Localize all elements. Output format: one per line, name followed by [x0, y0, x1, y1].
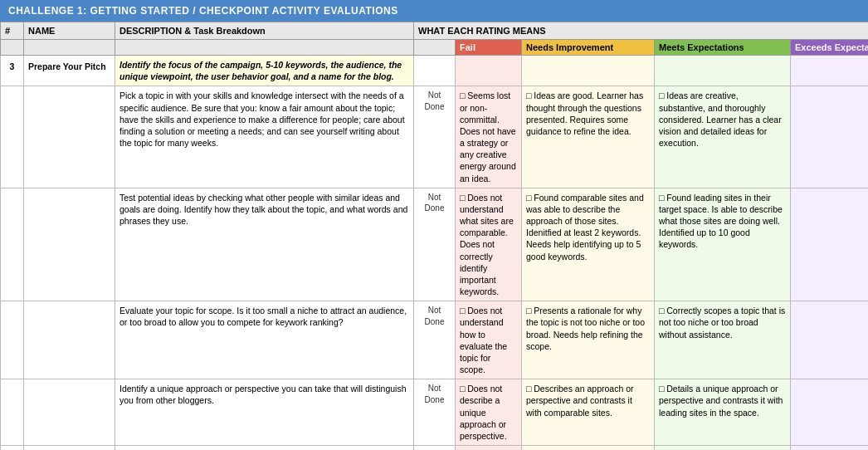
- row-needs: □ Has practical ideas for user goals. Ne…: [522, 446, 655, 450]
- main-status: [414, 56, 456, 86]
- table-row: Identify an action which you will drive …: [1, 446, 869, 450]
- row-meets: □ Found leading sites in their target sp…: [655, 188, 791, 301]
- header-num: #: [1, 22, 24, 40]
- table-row: Evaluate your topic for scope. Is it too…: [1, 301, 869, 379]
- row-fail: □ Does not understand what sites are com…: [456, 188, 522, 301]
- header-name: NAME: [24, 22, 115, 40]
- main-exceeds: [791, 56, 869, 86]
- row-needs: □ Found comparable sites and was able to…: [522, 188, 655, 301]
- main-needs: [522, 56, 655, 86]
- header-desc: DESCRIPTION & Task Breakdown: [115, 22, 414, 40]
- header-empty3: [115, 40, 414, 56]
- row-status: Not Done: [414, 86, 456, 188]
- row-needs: □ Describes an approach or perspective a…: [522, 379, 655, 446]
- header-meets: Meets Expectations: [655, 40, 791, 56]
- row-status: Not Done: [414, 188, 456, 301]
- header-exceeds: Exceeds Expectations: [791, 40, 869, 56]
- header-empty4: [414, 40, 456, 56]
- challenge-main-desc: Identify the focus of the campaign, 5-10…: [115, 56, 414, 86]
- row-exceeds: [791, 86, 869, 188]
- challenge-main-row: 3 Prepare Your Pitch Identify the focus …: [1, 56, 869, 86]
- row-fail: □ Does not understand how to evaluate th…: [456, 301, 522, 379]
- row-desc: Test potential ideas by checking what ot…: [115, 188, 414, 301]
- row-fail: □ Seems lost or non-committal. Does not …: [456, 86, 522, 188]
- main-fail: [456, 56, 522, 86]
- row-exceeds: [791, 301, 869, 379]
- row-desc: Pick a topic in with your skills and kno…: [115, 86, 414, 188]
- row-needs: □ Ideas are good. Learner has thought th…: [522, 86, 655, 188]
- row-exceeds: [791, 446, 869, 450]
- row-desc: Identify a unique approach or perspectiv…: [115, 379, 414, 446]
- row-needs: □ Presents a rationale for why the topic…: [522, 301, 655, 379]
- header-empty1: [1, 40, 24, 56]
- row-fail: □ Does not have an idea about a user act…: [456, 446, 522, 450]
- challenge-number: 3: [1, 56, 24, 86]
- header-fail: Fail: [456, 40, 522, 56]
- row-meets: □ Correctly scopes a topic that is not t…: [655, 301, 791, 379]
- page-container: CHALLENGE 1: GETTING STARTED / CHECKPOIN…: [0, 0, 868, 450]
- evaluation-table: # NAME DESCRIPTION & Task Breakdown WHAT…: [0, 22, 868, 450]
- row-status: Not Done: [414, 446, 456, 450]
- table-row: Pick a topic in with your skills and kno…: [1, 86, 869, 188]
- row-status: Not Done: [414, 379, 456, 446]
- row-fail: □ Does not describe a unique approach or…: [456, 379, 522, 446]
- row-exceeds: [791, 188, 869, 301]
- row-exceeds: [791, 379, 869, 446]
- header-rating: WHAT EACH RATING MEANS: [414, 22, 869, 40]
- row-status: Not Done: [414, 301, 456, 379]
- table-row: Identify a unique approach or perspectiv…: [1, 379, 869, 446]
- row-meets: □ Defines a trackable user action withou…: [655, 446, 791, 450]
- page-title: CHALLENGE 1: GETTING STARTED / CHECKPOIN…: [0, 0, 868, 22]
- challenge-name: Prepare Your Pitch: [24, 56, 115, 86]
- row-desc: Evaluate your topic for scope. Is it too…: [115, 301, 414, 379]
- header-needs: Needs Improvement: [522, 40, 655, 56]
- row-meets: □ Details a unique approach or perspecti…: [655, 379, 791, 446]
- table-row: Test potential ideas by checking what ot…: [1, 188, 869, 301]
- row-desc: Identify an action which you will drive …: [115, 446, 414, 450]
- header-empty2: [24, 40, 115, 56]
- main-meets: [655, 56, 791, 86]
- row-meets: □ Ideas are creative, substantive, and t…: [655, 86, 791, 188]
